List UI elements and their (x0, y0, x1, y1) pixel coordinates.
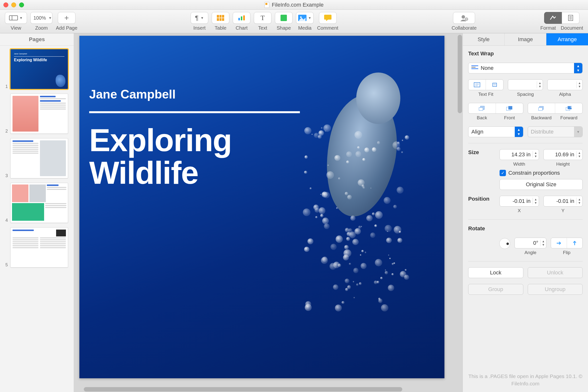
front-label: Front (496, 115, 523, 120)
alpha-input[interactable] (548, 80, 576, 90)
send-backward-button[interactable] (528, 103, 556, 114)
width-input[interactable] (500, 150, 533, 160)
format-button[interactable] (544, 12, 562, 24)
format-label: Format (540, 25, 556, 31)
forward-label: Forward (555, 115, 582, 120)
divider-rule (89, 111, 300, 113)
sidebar-header: Pages (0, 33, 74, 46)
svg-text:+: + (466, 18, 468, 21)
tab-style[interactable]: Style (463, 33, 505, 45)
window-controls (4, 2, 24, 7)
height-input[interactable] (544, 150, 576, 160)
svg-rect-32 (538, 108, 542, 110)
document-button[interactable] (562, 12, 580, 24)
angle-input[interactable] (515, 238, 540, 248)
collaborate-button[interactable]: + (453, 12, 475, 24)
view-button[interactable]: ▼ (5, 12, 27, 24)
minimize-icon[interactable] (11, 2, 16, 7)
unlock-button: Unlock (528, 267, 583, 278)
spacing-input[interactable] (508, 80, 537, 90)
svg-rect-9 (280, 15, 287, 21)
table-label: Table (214, 25, 226, 31)
rotate-title: Rotate (468, 226, 582, 232)
media-button[interactable]: ▼ (296, 12, 314, 24)
text-fit-label: Text Fit (478, 92, 493, 97)
insert-button[interactable]: ¶▼ (190, 12, 208, 24)
flip-horizontal-button[interactable]: ➔ (551, 238, 567, 248)
thumbnail-page-3[interactable] (10, 138, 68, 178)
document-page[interactable]: Jane Campbell ExploringWildlife (80, 36, 444, 378)
back-label: Back (468, 115, 496, 120)
text-wrap-select[interactable]: None ▲▼ (468, 63, 582, 74)
tab-image[interactable]: Image (505, 33, 546, 45)
shape-label: Shape (276, 25, 291, 31)
group-button: Group (468, 284, 523, 295)
bring-forward-button[interactable] (555, 103, 582, 114)
position-y-input[interactable] (544, 196, 576, 206)
document-label: Document (561, 25, 583, 31)
backward-label: Backward (528, 115, 555, 120)
footer-note: This is a .PAGES file open in Apple Page… (463, 368, 588, 392)
window-title-text: FileInfo.com Example (272, 2, 324, 8)
check-icon: ✓ (500, 170, 506, 176)
spacing-label: Spacing (517, 92, 534, 97)
wrap-none-icon (472, 66, 478, 71)
constrain-checkbox[interactable]: ✓Constrain proportions (500, 170, 582, 176)
text-fit-auto-button[interactable] (468, 80, 486, 90)
inspector-panel: Style Image Arrange Text Wrap None ▲▼ Te… (462, 33, 588, 392)
media-label: Media (298, 25, 312, 31)
chart-label: Chart (236, 25, 248, 31)
author-text: Jane Campbell (89, 87, 176, 102)
vertical-scrollbar[interactable] (458, 35, 462, 113)
stepper-down-icon[interactable]: ▼ (537, 85, 543, 88)
text-label: Text (258, 25, 267, 31)
zoom-button[interactable]: 100%▼ (30, 12, 52, 24)
page-sidebar: Pages 1 Jane Campbell Exploring Wildlife… (0, 33, 74, 392)
original-size-button[interactable]: Original Size (500, 179, 582, 190)
position-x-input[interactable] (500, 196, 533, 206)
thumb-number: 4 (4, 218, 8, 223)
stepper-up-icon[interactable]: ▲ (537, 81, 543, 85)
svg-rect-24 (493, 83, 496, 86)
comment-button[interactable] (319, 12, 337, 24)
fullscreen-icon[interactable] (19, 2, 24, 7)
flip-vertical-button[interactable]: ➔ (567, 238, 582, 248)
view-label: View (11, 25, 21, 31)
send-to-back-button[interactable] (468, 103, 496, 114)
svg-rect-12 (324, 15, 332, 20)
thumbnail-list: 1 Jane Campbell Exploring Wildlife 2 (0, 46, 74, 271)
zoom-label: Zoom (35, 25, 48, 31)
angle-label: Angle (524, 250, 536, 255)
text-button[interactable]: T (254, 12, 272, 24)
text-fit-shrink-button[interactable] (486, 80, 503, 90)
close-icon[interactable] (4, 2, 8, 7)
bring-to-front-button[interactable] (496, 103, 523, 114)
table-button[interactable] (212, 12, 229, 24)
thumb-number: 5 (4, 262, 8, 268)
thumbnail-page-4[interactable] (10, 183, 68, 223)
shape-button[interactable] (275, 12, 292, 24)
lock-button[interactable]: Lock (468, 267, 523, 278)
thumbnail-page-1[interactable]: Jane Campbell Exploring Wildlife (10, 49, 68, 89)
distribute-select: Distribute▼ (528, 126, 583, 137)
horizontal-scrollbar[interactable] (84, 387, 402, 392)
thumbnail-page-2[interactable] (10, 94, 68, 134)
tab-arrange[interactable]: Arrange (546, 33, 588, 45)
thumb-number: 2 (4, 128, 8, 134)
thumbnail-page-5[interactable] (10, 227, 68, 268)
align-select[interactable]: Align▲▼ (468, 126, 523, 137)
canvas-area[interactable]: Jane Campbell ExploringWildlife (74, 33, 462, 392)
svg-rect-8 (243, 16, 245, 20)
thumb-number: 1 (4, 84, 8, 89)
svg-rect-6 (238, 18, 240, 20)
position-title: Position (468, 196, 495, 202)
insert-label: Insert (193, 25, 206, 31)
add-page-button[interactable]: + (58, 12, 76, 24)
text-wrap-title: Text Wrap (468, 50, 582, 57)
chart-button[interactable] (233, 12, 250, 24)
sea-lion-image (292, 65, 430, 286)
window-title: FileInfo.com Example (264, 2, 324, 8)
angle-dial[interactable] (499, 238, 510, 249)
x-label: X (518, 208, 521, 214)
inspector-tabs: Style Image Arrange (463, 33, 588, 46)
